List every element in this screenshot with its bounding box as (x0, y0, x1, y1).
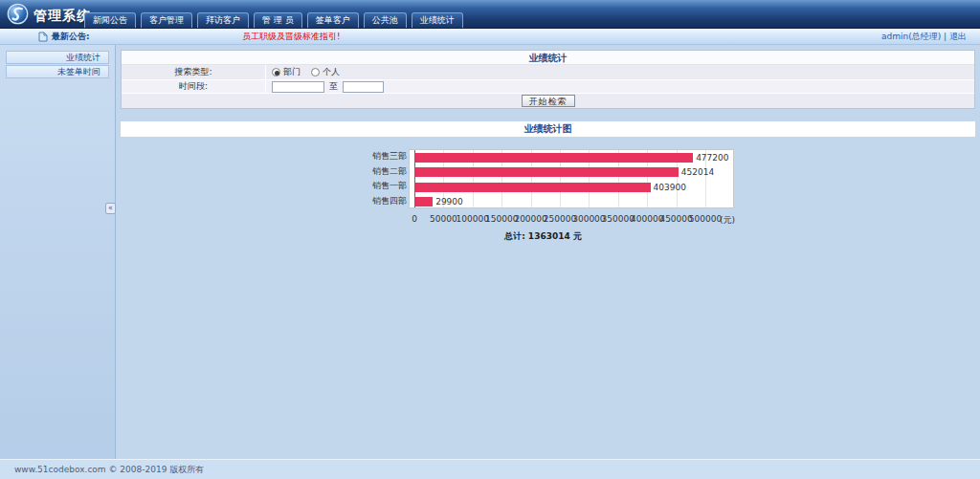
chart-x-tick-label: 400000 (631, 214, 663, 224)
announcement-message[interactable]: 员工职级及晋级标准指引! (242, 29, 341, 44)
chart-x-tick-label: 450000 (659, 214, 692, 224)
user-session: admin(总经理) | 退出 (881, 29, 967, 44)
period-row: 时间段: 至 (122, 80, 974, 94)
logo-swirl-icon (7, 3, 29, 29)
chart-x-tick-label: 350000 (602, 214, 635, 224)
submit-row: 开始检索 (122, 94, 974, 108)
chart-bar (415, 197, 433, 207)
chart-bar-row: 403900 (410, 180, 733, 195)
nav-tab-signed[interactable]: 签单客户 (307, 12, 359, 28)
chart-category-labels: 销售三部销售二部销售一部销售四部 (372, 149, 409, 208)
app-logo: 管理系统 (7, 3, 91, 29)
radio-individual-label[interactable]: 个人 (323, 66, 340, 78)
sidebar-item-performance[interactable]: 业绩统计 (6, 51, 109, 64)
chart-bar-row: 477200 (410, 150, 733, 165)
period-from-input[interactable] (272, 81, 324, 93)
chart-x-axis: 0500001000001500002000002500003000003500… (409, 214, 734, 226)
period-label: 时间段: (122, 80, 266, 93)
chart-category-label: 销售二部 (372, 164, 409, 180)
search-panel-title: 业绩统计 (122, 51, 974, 65)
radio-department[interactable] (272, 68, 280, 76)
app-header: 管理系统 新闻公告 客户管理 拜访客户 管 理 员 签单客户 公共池 业绩统计 (0, 0, 980, 29)
period-to-input[interactable] (343, 81, 384, 93)
sidebar-item-unsigned-time[interactable]: 未签单时间 (6, 65, 109, 78)
chart-bar-row: 452014 (410, 165, 733, 181)
announcement-bar: 最新公告: 员工职级及晋级标准指引! admin(总经理) | 退出 (0, 29, 980, 45)
chart-x-tick-label: 50000 (430, 214, 457, 224)
chart-category-label: 销售四部 (372, 194, 409, 209)
chart-category-label: 销售一部 (372, 179, 409, 194)
announcement-label: 最新公告: (52, 29, 90, 44)
chart-bar-value: 452014 (681, 167, 714, 177)
user-name: admin(总经理) (881, 32, 941, 41)
period-to-label: 至 (329, 80, 338, 93)
period-fields: 至 (266, 80, 384, 93)
search-type-options: 部门 个人 (266, 66, 347, 78)
chart-bar-value: 477200 (696, 153, 728, 163)
nav-tab-customers[interactable]: 客户管理 (141, 12, 192, 28)
chart-x-tick-label: 150000 (485, 214, 518, 224)
chart-x-tick-label: 250000 (544, 214, 576, 224)
chart-plot: 47720045201440390029900 (409, 149, 734, 208)
search-type-row: 搜索类型: 部门 个人 (122, 65, 974, 80)
chart-bar (415, 183, 651, 192)
app-title: 管理系统 (33, 8, 91, 25)
chart-x-unit-label: (元) (720, 214, 735, 227)
nav-tab-admins[interactable]: 管 理 员 (254, 12, 302, 28)
performance-bar-chart: 销售三部销售二部销售一部销售四部 47720045201440390029900… (372, 149, 746, 273)
chart-bar (415, 167, 679, 177)
main-nav: 新闻公告 客户管理 拜访客户 管 理 员 签单客户 公共池 业绩统计 (84, 12, 463, 28)
chart-x-tick-label: 300000 (572, 214, 605, 224)
chart-bar-value: 403900 (654, 183, 686, 192)
chart-x-tick-label: 0 (412, 214, 417, 224)
nav-tab-news[interactable]: 新闻公告 (84, 12, 136, 28)
logout-link[interactable]: 退出 (949, 32, 967, 41)
chart-x-tick-label: 500000 (689, 214, 722, 224)
chart-x-tick-label: 100000 (457, 214, 489, 224)
search-submit-button[interactable]: 开始检索 (522, 95, 575, 107)
chart-bar-row: 29900 (410, 195, 733, 209)
search-type-label: 搜索类型: (122, 65, 266, 79)
session-separator: | (941, 32, 949, 41)
sidebar-collapse-button[interactable]: « (105, 203, 116, 214)
radio-department-label[interactable]: 部门 (283, 66, 301, 78)
search-panel: 业绩统计 搜索类型: 部门 个人 时间段: 至 开始检索 (121, 50, 975, 109)
chart-bar (415, 153, 693, 163)
chart-area: 销售三部销售二部销售一部销售四部 47720045201440390029900… (116, 137, 980, 290)
chart-bar-value: 29900 (435, 197, 463, 207)
copyright-text: www.51codebox.com © 2008-2019 版权所有 (14, 465, 204, 474)
radio-individual[interactable] (311, 68, 320, 76)
nav-tab-visits[interactable]: 拜访客户 (197, 12, 249, 28)
nav-tab-performance[interactable]: 业绩统计 (412, 12, 463, 28)
chart-x-tick-label: 200000 (514, 214, 546, 224)
main-content: 业绩统计 搜索类型: 部门 个人 时间段: 至 开始检索 业绩统计图 (116, 45, 980, 459)
nav-tab-pool[interactable]: 公共池 (364, 12, 407, 28)
chart-total-note: 总计: 1363014 元 (116, 230, 970, 243)
chart-category-label: 销售三部 (372, 149, 409, 164)
chart-section-title: 业绩统计图 (121, 121, 975, 137)
page-footer: www.51codebox.com © 2008-2019 版权所有 (0, 459, 980, 479)
sidebar: 业绩统计 未签单时间 (0, 45, 116, 459)
